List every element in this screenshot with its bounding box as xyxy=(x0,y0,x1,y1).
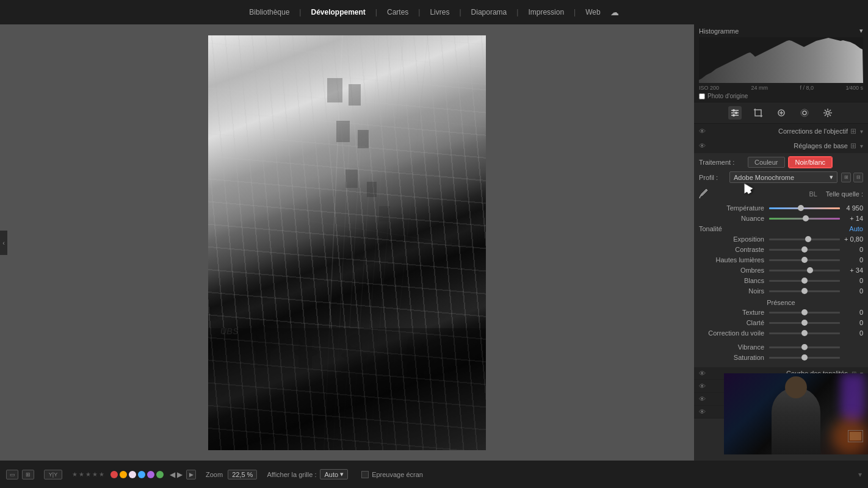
meta-shutter: 1⁄400 s xyxy=(845,85,863,91)
temperature-track[interactable] xyxy=(769,204,840,212)
nav-separator-6: | xyxy=(574,8,576,16)
nav-cartes[interactable]: Cartes xyxy=(387,8,408,16)
texture-track[interactable] xyxy=(769,308,840,317)
meta-focal: 24 mm xyxy=(751,85,769,91)
color-grading-eye-icon[interactable]: 👁 xyxy=(699,395,707,403)
star-5[interactable]: ★ xyxy=(99,471,104,478)
treatment-couleur-btn[interactable]: Couleur xyxy=(748,157,785,168)
detail-eye-icon[interactable]: 👁 xyxy=(699,408,707,415)
svg-line-10 xyxy=(294,218,486,249)
exposition-track[interactable] xyxy=(769,235,840,243)
color-blue[interactable] xyxy=(138,471,145,478)
color-white[interactable] xyxy=(129,471,136,478)
corrections-arrow[interactable]: ▾ xyxy=(860,128,863,135)
svg-line-7 xyxy=(318,72,486,84)
nav-arrows: ◀ ▶ xyxy=(170,470,183,479)
exposition-value: + 0,80 xyxy=(840,235,863,243)
tonalite-auto[interactable]: Auto xyxy=(849,225,863,232)
color-green[interactable] xyxy=(156,471,164,478)
profile-value-text: Adobe Monochrome xyxy=(734,174,794,181)
grid-value-dropdown[interactable]: Auto ▾ xyxy=(320,469,348,479)
reglages-arrow[interactable]: ▾ xyxy=(860,143,863,149)
star-2[interactable]: ★ xyxy=(79,471,84,478)
clarte-label: Clarté xyxy=(699,319,769,326)
noirs-track[interactable] xyxy=(769,287,840,295)
settings-tool-icon[interactable] xyxy=(821,106,834,120)
cloud-icon[interactable]: ☁ xyxy=(610,7,619,17)
treatment-noirblc-btn[interactable]: Noir/blanc xyxy=(789,157,833,168)
play-button[interactable]: ▶ xyxy=(186,470,196,479)
wb-label: BL xyxy=(809,190,817,198)
ombres-track[interactable] xyxy=(769,266,840,274)
star-3[interactable]: ★ xyxy=(85,471,91,478)
nuance-track[interactable] xyxy=(769,214,840,223)
color-red[interactable] xyxy=(110,471,118,478)
profile-dropdown[interactable]: Adobe Monochrome ▾ xyxy=(729,171,837,183)
section-reglages[interactable]: 👁 Réglages de base ⊞ ▾ xyxy=(694,138,868,153)
photo-origine-checkbox[interactable] xyxy=(699,93,705,99)
grid-view-icon[interactable]: ⊞ xyxy=(22,470,34,479)
saturation-label: Saturation xyxy=(699,354,769,361)
corrections-expand-icon[interactable]: ⊞ xyxy=(850,127,856,135)
histogram-dropdown-icon[interactable]: ▾ xyxy=(859,27,863,35)
exposition-slider-row: Exposition + 0,80 xyxy=(699,235,863,243)
contraste-track[interactable] xyxy=(769,245,840,254)
noirs-label: Noirs xyxy=(699,287,769,295)
epreuvage-checkbox[interactable] xyxy=(361,471,369,478)
nav-impression[interactable]: Impression xyxy=(528,8,564,16)
correction-voile-track[interactable] xyxy=(769,329,840,337)
heal-tool-icon[interactable] xyxy=(775,106,788,120)
epreuvage-label: Epreuvage écran xyxy=(372,471,423,478)
ombres-slider-row: Ombres + 34 xyxy=(699,266,863,274)
nb-eye-icon[interactable]: 👁 xyxy=(699,382,707,390)
contraste-slider-row: Contraste 0 xyxy=(699,245,863,254)
radial-filter-icon[interactable] xyxy=(798,106,811,120)
vibrance-track[interactable] xyxy=(769,343,840,351)
nav-bibliotheque[interactable]: Bibliothèque xyxy=(249,8,289,16)
zoom-dropdown[interactable]: 22,5 % xyxy=(228,470,257,479)
meta-iso: ISO 200 xyxy=(699,85,719,91)
bottom-right-collapse[interactable]: ▾ xyxy=(858,470,862,479)
contraste-value: 0 xyxy=(840,246,863,253)
nav-diaporama[interactable]: Diaporama xyxy=(471,8,507,16)
epreuvage-row: Epreuvage écran xyxy=(361,471,423,478)
clarte-track[interactable] xyxy=(769,318,840,327)
corrections-eye-icon[interactable]: 👁 xyxy=(699,127,707,135)
saturation-track[interactable] xyxy=(769,353,840,362)
courbe-eye-icon[interactable]: 👁 xyxy=(699,370,707,377)
clarte-slider-row: Clarté 0 xyxy=(699,318,863,327)
next-arrow[interactable]: ▶ xyxy=(177,470,183,479)
xy-view-icon[interactable]: Y|Y xyxy=(44,470,62,479)
view-mode-icon[interactable]: ▭ xyxy=(6,470,18,479)
reglages-expand-icon[interactable]: ⊞ xyxy=(850,142,856,150)
section-corrections[interactable]: 👁 Corrections de l'objectif ⊞ ▾ xyxy=(694,124,868,138)
star-4[interactable]: ★ xyxy=(92,471,98,478)
profile-list-icon[interactable]: ⊟ xyxy=(853,173,863,182)
svg-point-37 xyxy=(735,112,737,114)
left-panel-toggle[interactable]: ‹ xyxy=(0,231,7,255)
color-purple[interactable] xyxy=(147,471,154,478)
nav-web[interactable]: Web xyxy=(585,8,600,16)
presence-title: Présence xyxy=(699,299,863,306)
reglages-eye-icon[interactable]: 👁 xyxy=(699,142,707,149)
color-orange[interactable] xyxy=(120,471,127,478)
svg-line-9 xyxy=(300,157,486,182)
nav-developpement[interactable]: Développement xyxy=(311,8,365,16)
svg-rect-11 xyxy=(327,78,342,102)
exposition-label: Exposition xyxy=(699,235,769,243)
nav-separator-3: | xyxy=(418,8,420,16)
sliders-tool-icon[interactable] xyxy=(728,106,742,120)
eyedropper-icon[interactable] xyxy=(699,188,709,200)
nav-livres[interactable]: Livres xyxy=(430,8,449,16)
profile-grid-icon[interactable]: ⊞ xyxy=(841,173,851,182)
prev-arrow[interactable]: ◀ xyxy=(170,470,175,479)
telle-quelle-label: Telle quelle : xyxy=(826,190,863,198)
crop-tool-icon[interactable] xyxy=(751,106,765,120)
blancs-track[interactable] xyxy=(769,276,840,285)
hautes-lumieres-track[interactable] xyxy=(769,256,840,264)
star-1[interactable]: ★ xyxy=(72,471,78,478)
correction-voile-slider-row: Correction du voile 0 xyxy=(699,329,863,337)
noirs-slider-row: Noirs 0 xyxy=(699,287,863,295)
temperature-slider-row: Température 4 950 xyxy=(699,204,863,212)
profile-row: Profil : Adobe Monochrome ▾ ⊞ ⊟ xyxy=(699,171,863,183)
